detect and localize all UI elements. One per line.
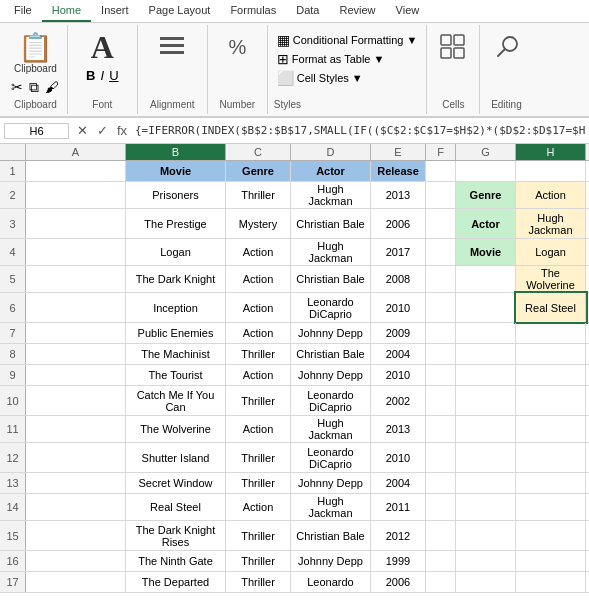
conditional-formatting-button[interactable]: ▦ Conditional Formatting ▼ [274,31,421,49]
cell-g13[interactable] [456,473,516,493]
cell-b4[interactable]: Logan [126,239,226,265]
cell-h12[interactable] [516,443,586,472]
cell-h17[interactable] [516,572,586,592]
alignment-button[interactable] [152,29,192,65]
cell-b13[interactable]: Secret Window [126,473,226,493]
cell-c2[interactable]: Thriller [226,182,291,208]
cell-b9[interactable]: The Tourist [126,365,226,385]
cell-a4[interactable] [26,239,126,265]
cell-a17[interactable] [26,572,126,592]
cell-b5[interactable]: The Dark Knight [126,266,226,292]
cell-b3[interactable]: The Prestige [126,209,226,238]
cell-a5[interactable] [26,266,126,292]
cell-e16[interactable]: 1999 [371,551,426,571]
cell-styles-button[interactable]: ⬜ Cell Styles ▼ [274,69,421,87]
cell-a11[interactable] [26,416,126,442]
cell-h2[interactable]: Action [516,182,586,208]
cell-b7[interactable]: Public Enemies [126,323,226,343]
cell-c6[interactable]: Action [226,293,291,322]
cell-a14[interactable] [26,494,126,520]
cell-b17[interactable]: The Departed [126,572,226,592]
cut-button[interactable]: ✂ [10,78,24,97]
cell-h11[interactable] [516,416,586,442]
cell-c14[interactable]: Action [226,494,291,520]
cell-e10[interactable]: 2002 [371,386,426,415]
cell-e7[interactable]: 2009 [371,323,426,343]
cell-e5[interactable]: 2008 [371,266,426,292]
copy-button[interactable]: ⧉ [28,78,40,97]
cell-e8[interactable]: 2004 [371,344,426,364]
cell-b11[interactable]: The Wolverine [126,416,226,442]
cell-h8[interactable] [516,344,586,364]
cell-g10[interactable] [456,386,516,415]
cell-h5[interactable]: The Wolverine [516,266,586,292]
cell-e2[interactable]: 2013 [371,182,426,208]
cell-c13[interactable]: Thriller [226,473,291,493]
col-header-d[interactable]: D [291,144,371,160]
italic-button[interactable]: I [100,67,106,84]
cell-f11[interactable] [426,416,456,442]
cell-h6[interactable]: Real Steel [516,293,586,322]
cell-a3[interactable] [26,209,126,238]
cell-g5[interactable] [456,266,516,292]
cell-g2[interactable]: Genre [456,182,516,208]
cell-d8[interactable]: Christian Bale [291,344,371,364]
tab-view[interactable]: View [386,0,430,22]
cell-g15[interactable] [456,521,516,550]
cell-c1[interactable]: Genre [226,161,291,181]
cell-reference-input[interactable] [4,123,69,139]
cell-a7[interactable] [26,323,126,343]
cell-d7[interactable]: Johnny Depp [291,323,371,343]
cell-g4[interactable]: Movie [456,239,516,265]
cell-g7[interactable] [456,323,516,343]
font-button[interactable]: A [82,29,122,65]
col-header-g[interactable]: G [456,144,516,160]
cell-h9[interactable] [516,365,586,385]
cell-f15[interactable] [426,521,456,550]
cell-g11[interactable] [456,416,516,442]
cell-c4[interactable]: Action [226,239,291,265]
cell-e3[interactable]: 2006 [371,209,426,238]
cell-h1[interactable] [516,161,586,181]
cell-a16[interactable] [26,551,126,571]
cell-f5[interactable] [426,266,456,292]
cell-d15[interactable]: Christian Bale [291,521,371,550]
cell-c16[interactable]: Thriller [226,551,291,571]
cell-d4[interactable]: Hugh Jackman [291,239,371,265]
cell-g6[interactable] [456,293,516,322]
bold-button[interactable]: B [85,67,96,84]
cell-d10[interactable]: Leonardo DiCaprio [291,386,371,415]
cell-a12[interactable] [26,443,126,472]
cell-f9[interactable] [426,365,456,385]
insert-function-button[interactable]: fx [113,122,131,140]
col-header-h[interactable]: H [516,144,586,160]
col-header-f[interactable]: F [426,144,456,160]
tab-page-layout[interactable]: Page Layout [139,0,221,22]
cell-e11[interactable]: 2013 [371,416,426,442]
cell-e1[interactable]: Release [371,161,426,181]
cell-d14[interactable]: Hugh Jackman [291,494,371,520]
cell-a6[interactable] [26,293,126,322]
cell-c3[interactable]: Mystery [226,209,291,238]
cell-g8[interactable] [456,344,516,364]
cell-g3[interactable]: Actor [456,209,516,238]
cell-d11[interactable]: Hugh Jackman [291,416,371,442]
underline-button[interactable]: U [108,67,119,84]
cell-a2[interactable] [26,182,126,208]
col-header-c[interactable]: C [226,144,291,160]
cell-d6[interactable]: Leonardo DiCaprio [291,293,371,322]
cell-a13[interactable] [26,473,126,493]
cell-e14[interactable]: 2011 [371,494,426,520]
cell-f14[interactable] [426,494,456,520]
cell-c10[interactable]: Thriller [226,386,291,415]
cell-f6[interactable] [426,293,456,322]
cell-b10[interactable]: Catch Me If You Can [126,386,226,415]
cell-h10[interactable] [516,386,586,415]
cell-g9[interactable] [456,365,516,385]
cell-d5[interactable]: Christian Bale [291,266,371,292]
cell-f17[interactable] [426,572,456,592]
cell-f1[interactable] [426,161,456,181]
cell-h3[interactable]: Hugh Jackman [516,209,586,238]
cell-f10[interactable] [426,386,456,415]
cell-h7[interactable] [516,323,586,343]
